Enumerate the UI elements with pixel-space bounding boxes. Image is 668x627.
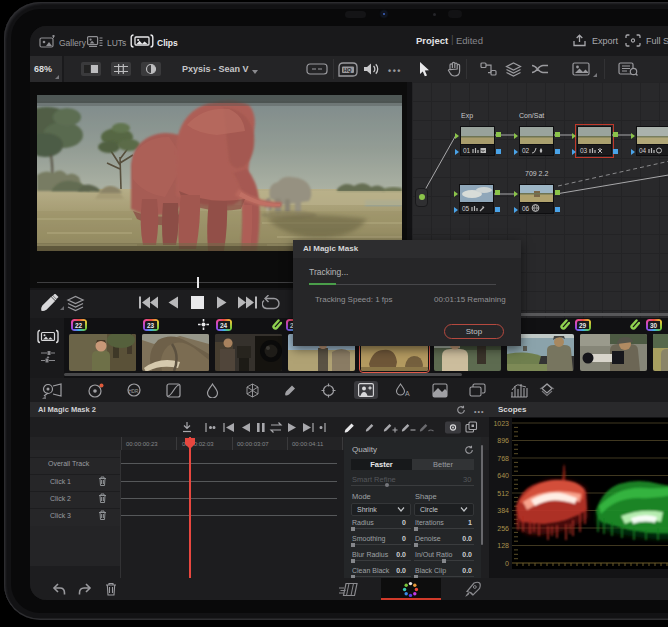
svg-text:HQ: HQ bbox=[343, 67, 352, 73]
svg-text:HDR: HDR bbox=[129, 389, 139, 394]
svg-text:A: A bbox=[405, 390, 410, 397]
